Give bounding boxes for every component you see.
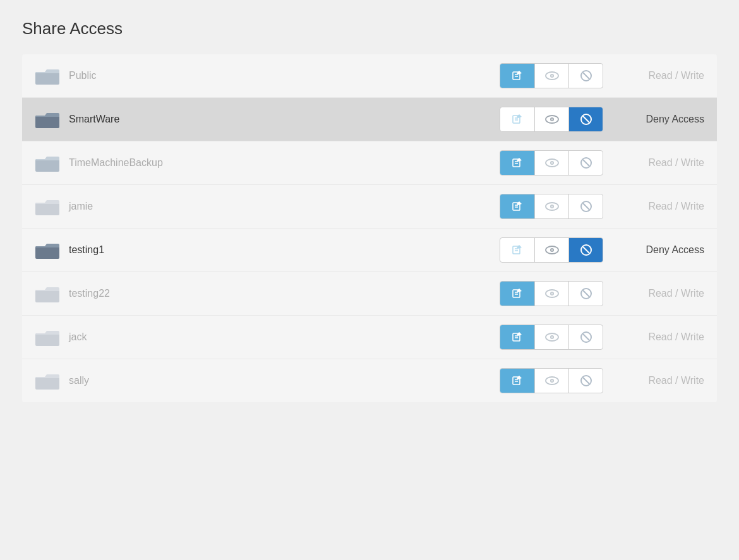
status-label-jamie: Read / Write — [622, 201, 704, 212]
deny-btn-public[interactable] — [568, 64, 603, 88]
edit-btn-smartware[interactable] — [500, 107, 534, 131]
eye-btn-jamie[interactable] — [534, 194, 568, 218]
deny-btn-jack[interactable] — [568, 325, 603, 349]
svg-line-19 — [583, 116, 589, 122]
status-label-sally: Read / Write — [622, 375, 704, 386]
btn-group-testing1 — [500, 237, 603, 263]
svg-marker-24 — [517, 158, 522, 162]
folder-icon-testing22 — [35, 283, 60, 304]
eye-btn-timemachinebackup[interactable] — [534, 151, 568, 175]
share-row-testing22: testing22 Read / Write — [22, 272, 717, 316]
deny-btn-jamie[interactable] — [568, 194, 603, 218]
svg-rect-70 — [35, 377, 59, 390]
controls-smartware — [500, 107, 603, 132]
folder-name-jamie: jamie — [69, 201, 500, 212]
folder-name-sally: sally — [69, 375, 500, 386]
share-row-smartware: SmartWare Deny Access — [22, 98, 717, 141]
share-list: Public Read / Write SmartWare Deny Acces… — [22, 54, 717, 402]
svg-marker-64 — [517, 332, 522, 336]
svg-line-29 — [583, 160, 589, 166]
btn-group-public — [500, 63, 603, 88]
folder-icon-timemachinebackup — [35, 153, 60, 173]
deny-btn-sally[interactable] — [568, 369, 603, 393]
eye-btn-sally[interactable] — [534, 369, 568, 393]
svg-line-9 — [583, 73, 589, 79]
share-row-public: Public Read / Write — [22, 54, 717, 98]
svg-point-47 — [551, 249, 553, 251]
edit-btn-testing22[interactable] — [500, 282, 534, 306]
controls-jack — [500, 325, 603, 350]
btn-group-testing22 — [500, 281, 603, 306]
controls-sally — [500, 368, 603, 393]
folder-name-jack: jack — [69, 331, 500, 343]
folder-name-public: Public — [69, 70, 500, 81]
deny-btn-testing22[interactable] — [568, 282, 603, 306]
controls-public — [500, 63, 603, 88]
folder-icon-sally — [35, 371, 60, 391]
controls-testing22 — [500, 281, 603, 306]
share-row-sally: sally Read / Write — [22, 359, 717, 402]
share-row-jack: jack Read / Write — [22, 316, 717, 359]
page-title: Share Access — [22, 19, 717, 39]
share-row-timemachinebackup: TimeMachineBackup Read / Write — [22, 141, 717, 185]
controls-timemachinebackup — [500, 150, 603, 176]
status-label-timemachinebackup: Read / Write — [622, 157, 704, 169]
svg-line-39 — [583, 203, 589, 210]
eye-btn-jack[interactable] — [534, 325, 568, 349]
edit-btn-jack[interactable] — [500, 325, 534, 349]
eye-btn-smartware[interactable] — [534, 107, 568, 131]
deny-btn-smartware[interactable] — [568, 107, 603, 131]
svg-rect-60 — [35, 333, 59, 346]
controls-testing1 — [500, 237, 603, 263]
status-label-testing1: Deny Access — [622, 244, 704, 256]
eye-btn-testing22[interactable] — [534, 282, 568, 306]
edit-btn-sally[interactable] — [500, 369, 534, 393]
status-label-jack: Read / Write — [622, 331, 704, 343]
eye-btn-testing1[interactable] — [534, 238, 568, 262]
svg-point-7 — [551, 75, 553, 77]
btn-group-jack — [500, 325, 603, 350]
folder-name-timemachinebackup: TimeMachineBackup — [69, 157, 500, 169]
edit-btn-public[interactable] — [500, 64, 534, 88]
svg-rect-40 — [35, 246, 59, 259]
svg-marker-14 — [517, 114, 522, 118]
folder-icon-jack — [35, 327, 60, 347]
edit-btn-testing1[interactable] — [500, 238, 534, 262]
svg-point-27 — [551, 162, 553, 164]
share-row-jamie: jamie Read / Write — [22, 185, 717, 229]
share-row-testing1: testing1 Deny Access — [22, 229, 717, 272]
folder-icon-smartware — [35, 109, 60, 129]
controls-jamie — [500, 194, 603, 219]
folder-icon-public — [35, 66, 60, 86]
edit-btn-timemachinebackup[interactable] — [500, 151, 534, 175]
svg-point-77 — [551, 380, 553, 382]
svg-rect-30 — [35, 203, 59, 215]
folder-name-testing1: testing1 — [69, 244, 500, 256]
svg-rect-50 — [35, 290, 59, 302]
eye-btn-public[interactable] — [534, 64, 568, 88]
btn-group-jamie — [500, 194, 603, 219]
svg-marker-4 — [517, 71, 522, 74]
svg-point-67 — [551, 337, 553, 338]
folder-name-testing22: testing22 — [69, 288, 500, 299]
svg-point-37 — [551, 206, 553, 208]
deny-btn-timemachinebackup[interactable] — [568, 151, 603, 175]
share-access-container: Share Access Public Read / Write SmartWa… — [22, 19, 717, 402]
folder-icon-testing1 — [35, 240, 60, 260]
svg-point-57 — [551, 293, 553, 295]
edit-btn-jamie[interactable] — [500, 194, 534, 218]
svg-marker-54 — [517, 289, 522, 292]
deny-btn-testing1[interactable] — [568, 238, 603, 262]
btn-group-smartware — [500, 107, 603, 132]
status-label-smartware: Deny Access — [622, 114, 704, 125]
svg-line-59 — [583, 290, 589, 297]
folder-name-smartware: SmartWare — [69, 114, 500, 125]
folder-icon-jamie — [35, 196, 60, 217]
btn-group-timemachinebackup — [500, 150, 603, 176]
svg-rect-10 — [35, 116, 59, 128]
status-label-testing22: Read / Write — [622, 288, 704, 299]
btn-group-sally — [500, 368, 603, 393]
svg-rect-20 — [35, 159, 59, 172]
svg-rect-0 — [35, 72, 59, 85]
svg-marker-74 — [517, 376, 522, 379]
